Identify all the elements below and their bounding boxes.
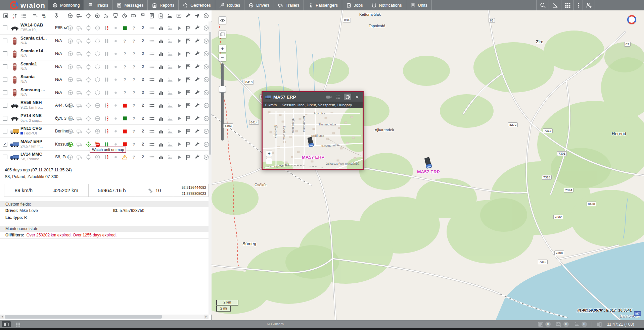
chart-state-icon[interactable] bbox=[156, 50, 166, 57]
intervals-icon[interactable] bbox=[121, 12, 128, 19]
trailer-state-icon[interactable] bbox=[75, 76, 84, 83]
mail-status-icon[interactable] bbox=[555, 321, 563, 327]
driver-state-icon[interactable] bbox=[66, 76, 75, 83]
reports-icon[interactable] bbox=[157, 12, 165, 19]
conn-state-icon[interactable]: 2 bbox=[138, 50, 147, 57]
unit-row[interactable]: Scania c14...N/AN/A??2 bbox=[0, 47, 209, 60]
flag-state-icon[interactable] bbox=[184, 102, 193, 109]
s2-state-icon[interactable]: ? bbox=[129, 24, 138, 32]
photo-state-icon[interactable] bbox=[166, 50, 175, 57]
conn-state-icon[interactable]: 2 bbox=[138, 38, 147, 45]
tab-trailers[interactable]: Trailers bbox=[274, 0, 304, 10]
scroll-left-arrow[interactable]: ◄ bbox=[0, 315, 4, 319]
conn-state-icon[interactable]: 2 bbox=[138, 128, 147, 135]
s2-state-icon[interactable]: ? bbox=[129, 115, 138, 122]
chart-state-icon[interactable] bbox=[156, 38, 166, 45]
conn-state-icon[interactable]: 2 bbox=[138, 63, 147, 70]
flag-state-icon[interactable] bbox=[184, 115, 193, 122]
bars-state-icon[interactable] bbox=[102, 115, 111, 122]
chart-state-icon[interactable] bbox=[156, 128, 166, 135]
unit-row[interactable]: ScaniaN/AN/A??2 bbox=[0, 73, 209, 86]
photo-state-icon[interactable] bbox=[166, 76, 175, 83]
unit-checkbox[interactable]: ✓ bbox=[3, 142, 7, 147]
conn-state-icon[interactable]: 2 bbox=[138, 102, 147, 109]
wrench-state-icon[interactable] bbox=[193, 128, 202, 135]
chart-state-icon[interactable] bbox=[156, 141, 166, 148]
trailer-state-icon[interactable] bbox=[75, 115, 84, 122]
photo-state-icon[interactable] bbox=[166, 102, 175, 109]
scroll-right-arrow[interactable]: ► bbox=[204, 315, 209, 319]
play-state-icon[interactable] bbox=[175, 102, 184, 109]
flag-state-icon[interactable] bbox=[184, 141, 193, 148]
list-state-icon[interactable] bbox=[147, 63, 156, 70]
driver-state-icon[interactable] bbox=[66, 63, 75, 70]
flag-state-icon[interactable] bbox=[184, 50, 193, 57]
s1-state-icon[interactable] bbox=[120, 115, 129, 122]
tab-reports[interactable]: Reports bbox=[147, 0, 178, 10]
driver-state-icon[interactable] bbox=[66, 115, 75, 122]
photo-status-icon[interactable] bbox=[573, 321, 581, 327]
location-icon[interactable] bbox=[85, 12, 92, 19]
wrench-state-icon[interactable] bbox=[193, 115, 202, 122]
s1-state-icon[interactable]: ? bbox=[120, 89, 129, 96]
bottom-panel-toggle-button[interactable] bbox=[2, 321, 11, 327]
sort-name-icon[interactable]: AZ bbox=[11, 12, 18, 19]
play-state-icon[interactable] bbox=[175, 128, 184, 135]
trailer-state-icon[interactable] bbox=[75, 154, 84, 161]
tab-units[interactable]: Units bbox=[406, 0, 432, 10]
unit-checkbox[interactable] bbox=[3, 103, 7, 108]
connection-icon[interactable] bbox=[103, 12, 110, 19]
play-state-icon[interactable] bbox=[175, 115, 184, 122]
chart-state-icon[interactable] bbox=[156, 154, 166, 161]
dot-state-icon[interactable] bbox=[111, 50, 120, 57]
bars-state-icon[interactable] bbox=[102, 154, 111, 161]
play-state-icon[interactable] bbox=[175, 76, 184, 83]
target-state-icon[interactable] bbox=[84, 76, 93, 83]
flag-state-icon[interactable] bbox=[184, 63, 193, 70]
play-state-icon[interactable] bbox=[175, 24, 184, 32]
trailer-state-icon[interactable] bbox=[75, 128, 84, 135]
messages-icon[interactable] bbox=[148, 12, 155, 19]
unit-row[interactable]: WA14 CABE85-м19, ...E85-м1...?2 bbox=[0, 21, 209, 35]
trailer-state-icon[interactable] bbox=[75, 141, 84, 148]
photo-state-icon[interactable] bbox=[166, 38, 175, 45]
map-zoom-in-button[interactable]: + bbox=[219, 45, 226, 52]
target-state-icon[interactable] bbox=[84, 154, 93, 161]
play-state-icon[interactable] bbox=[175, 50, 184, 57]
unit-row[interactable]: PN11 CVGГеоPOIBerliner ...?2 bbox=[0, 125, 209, 138]
tab-jobs[interactable]: Jobs bbox=[342, 0, 367, 10]
play-state-icon[interactable] bbox=[175, 89, 184, 96]
panel-horizontal-scrollbar[interactable]: ◄ ► bbox=[0, 315, 209, 319]
chart-state-icon[interactable] bbox=[156, 24, 166, 32]
addresses-icon[interactable] bbox=[53, 12, 60, 19]
list-state-icon[interactable] bbox=[147, 102, 156, 109]
tab-geofences[interactable]: Geofences bbox=[178, 0, 215, 10]
s1-state-icon[interactable]: ! bbox=[120, 154, 129, 161]
driver-state-icon[interactable] bbox=[66, 141, 75, 148]
unit-checkbox[interactable] bbox=[3, 116, 7, 121]
map-zoom-slider[interactable] bbox=[221, 63, 224, 141]
motion-state-icon[interactable] bbox=[93, 102, 102, 109]
motion-state-icon[interactable] bbox=[93, 154, 102, 161]
unit-popup-header[interactable]: MA57 ERP bbox=[263, 92, 363, 102]
s2-state-icon[interactable]: ? bbox=[129, 102, 138, 109]
chart-state-icon[interactable] bbox=[156, 102, 166, 109]
ruler-icon[interactable] bbox=[549, 0, 561, 10]
photo-state-icon[interactable] bbox=[166, 24, 175, 32]
motion-state-icon[interactable] bbox=[93, 24, 102, 32]
dot-state-icon[interactable] bbox=[111, 128, 120, 135]
play-state-icon[interactable] bbox=[175, 63, 184, 70]
tracks-icon[interactable] bbox=[139, 12, 146, 19]
target-state-icon[interactable] bbox=[84, 128, 93, 135]
popup-camera-icon[interactable] bbox=[325, 94, 332, 100]
unit-menu-icon[interactable] bbox=[202, 12, 210, 19]
list-state-icon[interactable] bbox=[147, 38, 156, 45]
maintenance-icon[interactable] bbox=[184, 12, 192, 19]
bars-state-icon[interactable] bbox=[102, 63, 111, 70]
minimap-unit-marker[interactable] bbox=[306, 136, 316, 149]
wrench-state-icon[interactable] bbox=[193, 141, 202, 148]
unit-popup-minimap[interactable]: Ady utcaHonvéd utcaErdő utcaKossuth utca… bbox=[263, 108, 363, 169]
s1-state-icon[interactable]: ? bbox=[120, 63, 129, 70]
s2-state-icon[interactable]: ? bbox=[129, 63, 138, 70]
driver-state-icon[interactable] bbox=[66, 154, 75, 161]
